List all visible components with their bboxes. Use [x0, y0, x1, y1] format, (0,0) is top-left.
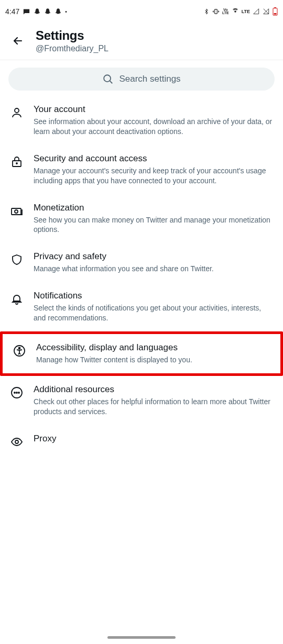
status-time: 4:47: [5, 7, 19, 16]
page-title: Settings: [36, 28, 108, 43]
search-input[interactable]: Search settings: [8, 68, 275, 91]
item-desc: Select the kinds of notifications you ge…: [34, 303, 274, 323]
snapchat-icon: [55, 8, 62, 15]
item-desc: See information about your account, down…: [34, 117, 274, 137]
svg-point-17: [15, 440, 18, 443]
hotspot-icon: [232, 8, 239, 15]
back-button[interactable]: [7, 30, 28, 51]
svg-point-6: [15, 108, 19, 113]
search-container: Search settings: [0, 60, 283, 96]
settings-list: Your account See information about your …: [0, 96, 283, 458]
home-indicator[interactable]: [107, 636, 176, 639]
accessibility-icon: [12, 343, 27, 358]
item-title: Security and account access: [34, 153, 274, 164]
item-title: Notifications: [34, 291, 274, 301]
vibrate-icon: [212, 8, 220, 15]
bell-icon: [9, 292, 24, 306]
search-placeholder: Search settings: [119, 74, 180, 84]
item-desc: Manage what information you see and shar…: [34, 264, 274, 274]
status-bar-left: 4:47 •: [5, 7, 67, 16]
shield-icon: [9, 252, 24, 267]
settings-item-monetization[interactable]: Monetization See how you can make money …: [0, 194, 283, 243]
snapchat-icon: [44, 8, 51, 15]
snapchat-icon: [34, 8, 41, 15]
item-desc: See how you can make money on Twitter an…: [34, 215, 274, 235]
settings-item-accessibility[interactable]: Accessibility, display and languages Man…: [0, 331, 283, 376]
header: Settings @Fromthediary_PL: [0, 23, 283, 60]
status-bar: 4:47 • VoLTE LTE: [0, 0, 283, 23]
lte-label: LTE: [242, 9, 250, 14]
svg-rect-9: [12, 208, 21, 215]
dot-icon: •: [65, 9, 67, 15]
svg-point-8: [16, 163, 17, 164]
person-icon: [9, 105, 24, 120]
item-title: Your account: [34, 104, 274, 115]
item-title: Monetization: [34, 203, 274, 213]
svg-point-1: [234, 11, 235, 12]
settings-item-notifications[interactable]: Notifications Select the kinds of notifi…: [0, 282, 283, 331]
item-title: Accessibility, display and languages: [36, 342, 271, 353]
item-desc: Manage how Twitter content is displayed …: [36, 355, 271, 365]
arrow-left-icon: [12, 35, 24, 47]
item-title: Proxy: [34, 434, 274, 444]
money-icon: [9, 204, 24, 218]
account-handle: @Fromthediary_PL: [36, 44, 108, 53]
settings-item-your-account[interactable]: Your account See information about your …: [0, 96, 283, 145]
more-circle-icon: [9, 385, 24, 400]
settings-item-privacy[interactable]: Privacy and safety Manage what informati…: [0, 243, 283, 282]
settings-item-proxy[interactable]: Proxy: [0, 425, 283, 458]
bluetooth-icon: [203, 8, 210, 15]
item-title: Additional resources: [34, 384, 274, 395]
item-title: Privacy and safety: [34, 251, 274, 262]
svg-point-16: [18, 392, 19, 393]
message-icon: [23, 8, 30, 16]
svg-point-10: [15, 210, 18, 213]
svg-point-12: [19, 348, 20, 349]
svg-rect-0: [215, 9, 217, 14]
settings-item-security[interactable]: Security and account access Manage your …: [0, 145, 283, 194]
svg-rect-3: [274, 7, 276, 8]
signal-icon: [263, 8, 270, 15]
item-desc: Check out other places for helpful infor…: [34, 397, 274, 417]
svg-point-15: [16, 392, 17, 393]
svg-point-14: [14, 392, 15, 393]
eye-icon: [9, 435, 24, 449]
volte-icon: VoLTE: [222, 8, 229, 15]
lock-icon: [9, 154, 24, 169]
item-desc: Manage your account's security and keep …: [34, 166, 274, 186]
settings-item-additional-resources[interactable]: Additional resources Check out other pla…: [0, 376, 283, 425]
search-icon: [102, 73, 114, 85]
status-bar-right: VoLTE LTE: [203, 7, 278, 16]
svg-rect-4: [274, 13, 277, 14]
svg-point-5: [104, 75, 111, 82]
battery-icon: [273, 7, 278, 16]
signal-icon: [253, 8, 260, 15]
header-titles: Settings @Fromthediary_PL: [36, 28, 108, 53]
